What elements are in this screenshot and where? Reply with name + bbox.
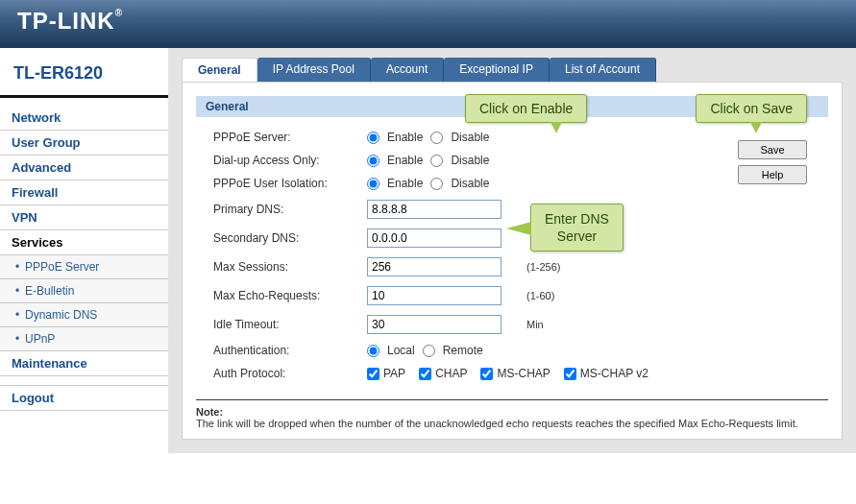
input-primary-dns[interactable]	[367, 200, 501, 219]
lbl-enable: Enable	[387, 131, 423, 144]
callout-dns: Enter DNSServer	[530, 204, 624, 252]
sidebar-item-usergroup[interactable]: User Group	[0, 131, 168, 156]
sidebar: TL-ER6120 Network User Group Advanced Fi…	[0, 48, 168, 453]
input-max-sessions[interactable]	[367, 257, 501, 276]
chk-mschap2[interactable]	[564, 368, 576, 380]
lbl-auth: Authentication:	[213, 344, 367, 357]
note-section: Note: The link will be dropped when the …	[196, 399, 828, 429]
hint-max-sessions: (1-256)	[526, 261, 828, 273]
tab-account[interactable]: Account	[371, 58, 444, 82]
chk-mschap[interactable]	[480, 368, 493, 380]
input-secondary-dns[interactable]	[367, 228, 501, 248]
tab-list-account[interactable]: List of Account	[550, 58, 656, 82]
lbl-idle: Idle Timeout:	[213, 318, 367, 331]
hint-idle: Min	[526, 319, 828, 330]
lbl-dialup: Dial-up Access Only:	[213, 154, 367, 167]
lbl-disable: Disable	[451, 131, 489, 144]
sidebar-item-maintenance[interactable]: Maintenance	[0, 351, 168, 376]
sidebar-sub-pppoe[interactable]: PPPoE Server	[0, 255, 168, 279]
header: TP-LINK®	[0, 0, 856, 48]
radio-auth-remote[interactable]	[423, 345, 435, 357]
radio-isolation-enable[interactable]	[367, 178, 379, 190]
radio-pppoe-enable[interactable]	[367, 132, 379, 144]
logo: TP-LINK®	[17, 8, 123, 34]
lbl-max-sessions: Max Sessions:	[213, 260, 367, 274]
lbl-protocol: Auth Protocol:	[213, 367, 367, 380]
tab-ip-pool[interactable]: IP Address Pool	[257, 58, 371, 82]
sidebar-item-vpn[interactable]: VPN	[0, 205, 168, 230]
radio-pppoe-disable[interactable]	[430, 132, 443, 144]
hint-max-echo: (1-60)	[526, 290, 828, 301]
tabs: General IP Address Pool Account Exceptio…	[182, 58, 843, 82]
radio-dialup-disable[interactable]	[430, 155, 443, 167]
sidebar-item-network[interactable]: Network	[0, 106, 168, 131]
input-max-echo[interactable]	[367, 286, 501, 305]
sidebar-item-firewall[interactable]: Firewall	[0, 180, 168, 205]
chk-chap[interactable]	[419, 368, 431, 380]
lbl-primary-dns: Primary DNS:	[213, 203, 367, 216]
sidebar-sub-ddns[interactable]: Dynamic DNS	[0, 303, 168, 327]
sidebar-item-logout[interactable]: Logout	[0, 386, 168, 411]
sidebar-sub-upnp[interactable]: UPnP	[0, 327, 168, 351]
sidebar-item-services[interactable]: Services	[0, 230, 168, 255]
section-title: General	[196, 96, 828, 117]
lbl-isolation: PPPoE User Isolation:	[213, 177, 367, 190]
note-text: The link will be dropped when the number…	[196, 418, 798, 429]
sidebar-spacer	[0, 376, 168, 386]
note-title: Note:	[196, 406, 223, 418]
tab-general[interactable]: General	[182, 58, 257, 82]
content-area: General IP Address Pool Account Exceptio…	[168, 48, 856, 453]
lbl-pppoe-server: PPPoE Server:	[213, 131, 367, 144]
tab-exceptional-ip[interactable]: Exceptional IP	[444, 58, 550, 82]
help-button[interactable]: Help	[738, 165, 807, 184]
input-idle[interactable]	[367, 315, 501, 334]
model-label: TL-ER6120	[0, 58, 168, 98]
lbl-max-echo: Max Echo-Requests:	[213, 289, 367, 302]
sidebar-sub-ebulletin[interactable]: E-Bulletin	[0, 279, 168, 303]
lbl-secondary-dns: Secondary DNS:	[213, 231, 367, 245]
radio-isolation-disable[interactable]	[430, 178, 443, 190]
sidebar-item-advanced[interactable]: Advanced	[0, 156, 168, 180]
panel: Click on Enable Click on Save General Sa…	[182, 82, 843, 440]
radio-dialup-enable[interactable]	[367, 155, 379, 167]
save-button[interactable]: Save	[738, 140, 807, 159]
radio-auth-local[interactable]	[367, 345, 379, 357]
chk-pap[interactable]	[367, 368, 379, 380]
